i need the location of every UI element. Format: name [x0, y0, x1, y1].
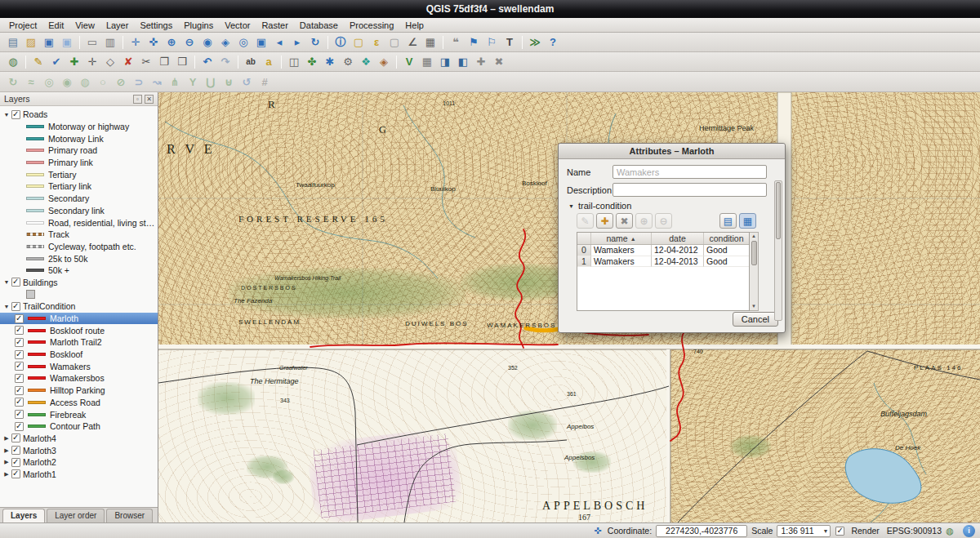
refresh-map-icon[interactable]: ↻ — [307, 34, 323, 51]
open-project-icon[interactable]: ▨ — [23, 34, 39, 51]
layer-item-firebreak[interactable]: Firebreak — [0, 408, 158, 420]
legend-symbol-25k-to-50k[interactable]: 25k to 50k — [0, 252, 158, 265]
legend-symbol-primary-link[interactable]: Primary link — [0, 157, 158, 169]
menu-vector[interactable]: Vector — [219, 19, 256, 32]
legend-swatch[interactable] — [0, 288, 158, 300]
add-postgis-layer-icon[interactable]: ◨ — [437, 54, 453, 70]
panel-close-icon[interactable]: ✕ — [145, 95, 154, 104]
scroll-down-icon[interactable]: ▼ — [751, 303, 756, 310]
render-checkbox[interactable] — [835, 527, 844, 536]
copy-features-icon[interactable]: ❐ — [156, 54, 172, 70]
zoom-last-icon[interactable]: ◂ — [271, 34, 287, 51]
delete-selected-icon[interactable]: ✘ — [120, 54, 136, 70]
new-bookmark-icon[interactable]: ⚑ — [466, 34, 482, 51]
legend-symbol-secondary-link[interactable]: Secondary link — [0, 205, 158, 217]
text-annotation-icon[interactable]: T — [501, 34, 518, 51]
legend-symbol-tertiary[interactable]: Tertiary — [0, 168, 158, 180]
layer-group-marloth4[interactable]: ▶Marloth4 — [0, 433, 158, 445]
new-shapefile-layer-icon[interactable]: ✚ — [473, 54, 489, 70]
layer-checkbox[interactable] — [15, 314, 24, 323]
menu-settings[interactable]: Settings — [134, 19, 178, 32]
zoom-to-layer-icon[interactable]: ▣ — [253, 34, 270, 51]
pan-to-selection-icon[interactable]: ✜ — [145, 34, 162, 51]
layer-checkbox[interactable] — [15, 350, 24, 359]
layer-item-wamakers[interactable]: Wamakers — [0, 360, 158, 372]
zoom-to-selection-icon[interactable]: ◎ — [235, 34, 252, 51]
legend-symbol-tertiary-link[interactable]: Tertiary link — [0, 180, 158, 193]
show-bookmarks-icon[interactable]: ⚐ — [483, 34, 500, 51]
remove-layer-icon[interactable]: ✖ — [491, 54, 507, 70]
panel-tab-layers[interactable]: Layers — [2, 509, 45, 522]
layer-group-marloth1[interactable]: ▶Marloth1 — [0, 469, 158, 481]
labeling-icon[interactable]: ab — [243, 54, 259, 70]
new-project-icon[interactable]: ▤ — [5, 34, 21, 51]
layer-item-boskloof-route[interactable]: Boskloof route — [0, 324, 158, 336]
column-header-name[interactable]: name▲ — [591, 233, 652, 244]
layer-checkbox[interactable] — [15, 326, 24, 335]
add-child-feature-icon[interactable]: ✚ — [596, 213, 613, 229]
menu-help[interactable]: Help — [399, 19, 430, 32]
table-view-icon[interactable]: ▦ — [739, 213, 756, 229]
menu-project[interactable]: Project — [3, 19, 42, 32]
legend-symbol-primary-road[interactable]: Primary road — [0, 145, 158, 157]
layer-group-buildings[interactable]: ▼Buildings — [0, 277, 158, 289]
legend-symbol-motorway-link[interactable]: Motorway Link — [0, 132, 158, 145]
zoom-native-icon[interactable]: ◉ — [199, 34, 216, 51]
select-features-icon[interactable]: ▢ — [350, 34, 367, 51]
menu-plugins[interactable]: Plugins — [178, 19, 219, 32]
dialog-scrollbar[interactable] — [774, 180, 782, 321]
composer-manager-icon[interactable]: ▥ — [102, 34, 118, 51]
deselect-features-icon[interactable]: ▢ — [386, 34, 403, 51]
menu-view[interactable]: View — [69, 19, 100, 32]
save-layer-edits-icon[interactable]: ✔ — [48, 54, 65, 70]
layer-item-boskloof[interactable]: Boskloof — [0, 349, 158, 361]
cell-rownum[interactable]: 0 — [577, 245, 591, 256]
layer-item-wamakersbos[interactable]: Wamakersbos — [0, 372, 158, 385]
menu-processing[interactable]: Processing — [344, 19, 399, 32]
scrollbar-thumb[interactable] — [751, 241, 757, 265]
table-row[interactable]: 1Wamakers12-04-2013Good — [577, 256, 749, 268]
paste-features-icon[interactable]: ❒ — [174, 54, 190, 70]
layer-checkbox[interactable] — [15, 386, 24, 395]
delete-child-feature-icon[interactable]: ✖ — [616, 213, 633, 229]
layer-checkbox[interactable] — [11, 302, 20, 311]
cancel-button[interactable]: Cancel — [733, 312, 778, 327]
cell-name[interactable]: Wamakers — [591, 256, 652, 268]
toggle-editing-icon[interactable]: ✎ — [30, 54, 47, 70]
add-wms-layer-icon[interactable]: ◧ — [455, 54, 471, 70]
scroll-up-icon[interactable]: ▲ — [751, 233, 756, 240]
menu-layer[interactable]: Layer — [100, 19, 135, 32]
description-input[interactable] — [612, 183, 767, 197]
node-tool-icon[interactable]: ◇ — [102, 54, 118, 70]
pan-map-icon[interactable]: ✛ — [127, 34, 144, 51]
crs-button[interactable]: EPSG:900913 ◍ — [884, 524, 959, 537]
relation-collapsible[interactable]: ▼ trail-condition — [567, 201, 777, 211]
layer-item-hilltop-parking[interactable]: Hilltop Parking — [0, 385, 158, 397]
table-scrollbar[interactable]: ▲ ▼ — [750, 232, 759, 311]
layer-checkbox[interactable] — [15, 374, 24, 383]
select-by-expression-icon[interactable]: ε — [368, 34, 385, 51]
zoom-out-icon[interactable]: ⊖ — [181, 34, 198, 51]
table-row[interactable]: 0Wamakers12-04-2012Good — [577, 245, 749, 256]
add-raster-layer-icon[interactable]: ▦ — [419, 54, 435, 70]
expand-arrow-icon[interactable]: ▶ — [2, 471, 11, 478]
help-icon[interactable]: ? — [545, 34, 561, 51]
collapse-arrow-icon[interactable]: ▼ — [2, 279, 11, 285]
layer-checkbox[interactable] — [11, 458, 20, 467]
cut-features-icon[interactable]: ✂ — [138, 54, 154, 70]
collapse-arrow-icon[interactable]: ▼ — [2, 304, 11, 309]
layer-item-contour-path[interactable]: Contour Path — [0, 420, 158, 433]
move-feature-icon[interactable]: ✛ — [84, 54, 100, 70]
messages-icon[interactable]: i — [963, 525, 975, 537]
grass-tools-icon[interactable]: ✤ — [304, 54, 320, 70]
openlayers-plugin-icon[interactable]: ❖ — [358, 54, 374, 70]
layer-checkbox[interactable] — [15, 410, 24, 419]
layer-checkbox[interactable] — [11, 446, 20, 455]
layer-group-roads[interactable]: ▼Roads — [0, 109, 158, 121]
zoom-next-icon[interactable]: ▸ — [289, 34, 305, 51]
layer-group-marloth3[interactable]: ▶Marloth3 — [0, 444, 158, 456]
scale-combo[interactable]: 1:36 911 ▼ — [777, 525, 831, 537]
save-project-icon[interactable]: ▣ — [41, 34, 57, 51]
cell-name[interactable]: Wamakers — [591, 245, 652, 256]
legend-symbol-cycleway-footpath-etc[interactable]: Cycleway, footpath etc. — [0, 241, 158, 253]
